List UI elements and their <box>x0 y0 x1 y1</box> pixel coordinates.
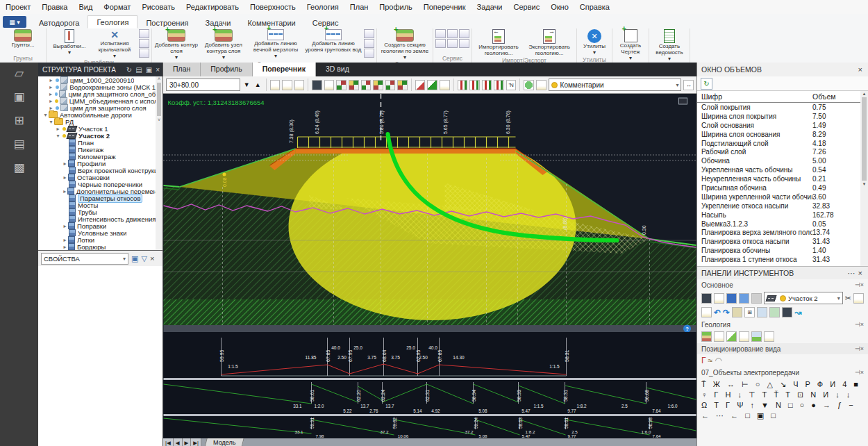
tree-item-selected[interactable]: Параметры откосов <box>38 195 162 201</box>
add-cross-section-icon[interactable] <box>270 80 281 90</box>
expander-icon[interactable]: ▸ <box>48 91 53 97</box>
expander-icon[interactable]: ▸ <box>62 223 68 229</box>
table-row[interactable]: Ширина укрепленной части обочины3.60 <box>697 192 868 201</box>
expander-icon[interactable]: ▸ <box>55 126 61 132</box>
comments-combobox[interactable]: Комментарии ▾ <box>549 79 682 91</box>
expander-icon[interactable]: ▸ <box>48 77 54 83</box>
print-icon[interactable] <box>751 293 762 304</box>
ribbon-tab-tasks[interactable]: Задачи <box>197 17 239 28</box>
menu-view[interactable]: Вид <box>73 1 98 13</box>
service-tool-icon[interactable] <box>459 39 469 48</box>
boreholes-button[interactable]: Выработки...▾ <box>49 29 90 56</box>
visibility-icon[interactable] <box>62 127 66 131</box>
select-objects-icon[interactable]: ▣ <box>131 254 138 263</box>
dock-views-icon[interactable]: ▣ <box>13 90 24 104</box>
dock-list-icon[interactable]: ▤ <box>13 138 24 151</box>
menu-crosssection[interactable]: Поперечник <box>418 1 471 13</box>
menu-draw[interactable]: Рисовать <box>136 1 181 13</box>
close-icon[interactable]: × <box>860 281 864 288</box>
menu-modify[interactable]: Редактировать <box>181 1 244 13</box>
table-row[interactable]: Подстилающий слой4.18 <box>697 139 868 148</box>
tree-item[interactable]: Верх проектной конструкции <box>38 167 162 174</box>
dock-drawer-icon[interactable]: ▱ <box>15 67 24 81</box>
table-row[interactable]: Слой покрытия0.75 <box>697 103 868 112</box>
tree-item[interactable]: ▸Профили <box>38 160 162 167</box>
tree-item[interactable]: ▸цмм для защитного слоя_объедин <box>38 90 162 97</box>
tree-item[interactable]: Чёрные поперечники <box>38 181 162 188</box>
station-input[interactable]: 30+80.00 <box>166 79 240 91</box>
service-tool-icon[interactable] <box>435 29 446 38</box>
geology-tool-icon[interactable] <box>764 331 774 342</box>
recalculate-icon[interactable] <box>427 80 437 90</box>
menu-profile[interactable]: Профиль <box>374 1 418 13</box>
chart-tool-icon[interactable] <box>494 80 504 90</box>
table-row[interactable]: Планировка верха земляного полотна13.74 <box>697 228 868 237</box>
section-properties-icon[interactable] <box>324 80 335 90</box>
layer-toggle-icon[interactable] <box>349 80 359 90</box>
collapse-icon[interactable]: ▣ <box>146 66 152 74</box>
pin-icon[interactable]: ⊣ <box>855 369 860 376</box>
visibility-icon[interactable] <box>56 106 59 110</box>
tab-plan[interactable]: План <box>163 63 201 76</box>
table-row[interactable]: Неукрепленная часть обочины0.21 <box>697 174 868 183</box>
table-row[interactable]: Насыпь162.78 <box>697 210 868 220</box>
expander-icon[interactable]: ▸ <box>62 188 67 195</box>
table-row[interactable]: Присыпная обочина0.49 <box>697 183 868 192</box>
menu-surface[interactable]: Поверхность <box>244 1 301 13</box>
tree-item[interactable]: План <box>38 139 162 146</box>
station-next-button[interactable]: ▲ <box>253 81 262 88</box>
table-row[interactable]: Планировка откоса насыпи31.43 <box>697 237 868 246</box>
structure-icon[interactable] <box>757 307 767 317</box>
tree-item[interactable]: ▸Поправки <box>38 222 162 229</box>
menu-plan[interactable]: План <box>344 1 374 13</box>
tree-item[interactable]: ▾РД <box>38 118 162 125</box>
expander-icon[interactable]: ▾ <box>42 112 49 118</box>
menu-tasks[interactable]: Задачи <box>471 1 508 13</box>
create-geology-section-button[interactable]: Создать секцию геологии по земле▾ <box>379 29 431 60</box>
refresh-volumes-icon[interactable]: ↻ <box>701 78 712 90</box>
model-tab[interactable]: Модель <box>204 438 244 446</box>
save-all-icon[interactable] <box>739 293 749 304</box>
screenshot-icon[interactable] <box>701 293 712 304</box>
table-scrollbar[interactable]: ▴▾ <box>860 91 868 266</box>
copy-icon[interactable] <box>853 293 864 304</box>
black-surface-icon[interactable] <box>312 80 322 90</box>
column-header-value[interactable]: Объем <box>812 92 854 101</box>
service-tool-icon[interactable] <box>459 29 469 38</box>
create-report-button[interactable]: Создать ведомость▾ <box>651 29 687 62</box>
tree-item[interactable]: ▸Водоохранные зоны (МСК 165) <box>38 83 162 90</box>
table-row[interactable]: Укрепленная часть обочины0.54 <box>697 165 868 174</box>
tree-item[interactable]: ▸Бордюры <box>38 243 162 250</box>
save-cross-section-icon[interactable] <box>294 80 305 90</box>
table-row[interactable]: Ширина слоя покрытия7.50 <box>697 112 868 121</box>
service-tool-icon[interactable] <box>447 39 458 48</box>
app-menu-button[interactable]: ▦ ▾ <box>3 16 26 28</box>
layer-toggle-icon[interactable] <box>385 80 396 90</box>
expander-icon[interactable]: ▸ <box>62 174 68 181</box>
ribbon-tab-geology[interactable]: Геология <box>87 15 137 28</box>
stability-circle-icon[interactable] <box>524 80 534 90</box>
geology-tool-icon[interactable] <box>714 331 724 342</box>
menu-help[interactable]: Справка <box>574 1 615 13</box>
pin-icon[interactable]: ⊣ <box>855 321 860 328</box>
fit-width-icon[interactable]: ↔ <box>683 80 694 90</box>
tree-item[interactable]: ▸Остановки <box>38 174 162 181</box>
table-icon[interactable] <box>769 307 780 317</box>
geology-tool-icon[interactable] <box>751 331 762 342</box>
templates-icon[interactable] <box>440 80 450 90</box>
ribbon-tab-comments[interactable]: Комментарии <box>239 17 303 28</box>
expander-icon[interactable]: ▸ <box>62 237 68 243</box>
more-options-icon[interactable]: ⋯ <box>846 269 857 278</box>
canvas-divider[interactable] <box>164 325 696 332</box>
expander-icon[interactable]: ▸ <box>48 84 54 90</box>
tree-item[interactable]: Условные знаки <box>38 229 162 236</box>
table-row[interactable]: Планировка обочины1.40 <box>697 246 868 255</box>
chart-tool-icon[interactable] <box>458 80 468 90</box>
table-row[interactable]: Слой основания1.49 <box>697 121 868 130</box>
import-geology-button[interactable]: ← Импортировать геологию... <box>474 29 523 57</box>
tree-item[interactable]: Пикетаж <box>38 146 162 153</box>
mini-tool-icon[interactable] <box>139 39 149 48</box>
scrollbar-thumb[interactable] <box>862 97 867 181</box>
expander-icon[interactable]: ▾ <box>48 119 54 125</box>
sync-icon[interactable]: ↻ <box>126 66 132 74</box>
